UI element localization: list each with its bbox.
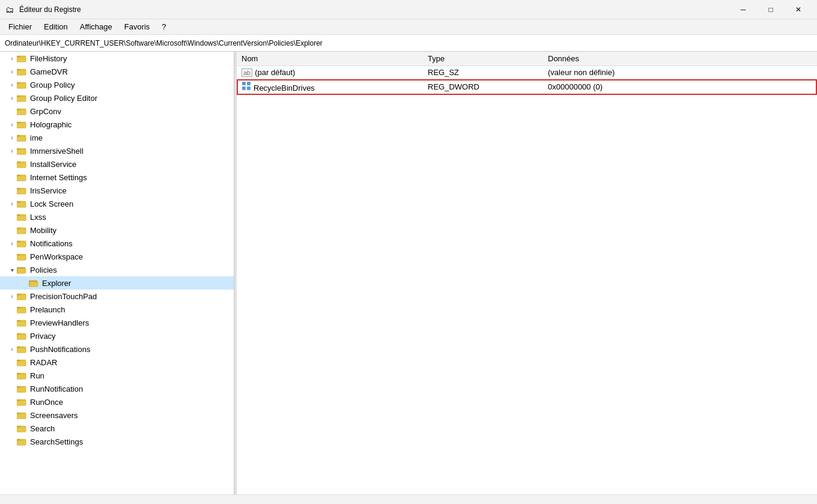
table-row-recyclebin[interactable]: RecycleBinDrivesREG_DWORD0x00000000 (0) [237,79,817,95]
tree-label-precisiontouchpad: PrecisionTouchPad [30,292,97,301]
svg-rect-2 [17,57,26,62]
tree-expander-pushnotifications[interactable]: › [7,342,17,356]
svg-rect-66 [17,348,26,353]
tree-item-grouppolicyeditor[interactable]: › Group Policy Editor [0,91,234,105]
tree-expander-screensavers [7,408,17,422]
tree-item-pushnotifications[interactable]: › PushNotifications [0,342,234,356]
tree-item-privacy[interactable]: Privacy [0,329,234,342]
svg-rect-63 [17,335,26,339]
minimize-button[interactable]: ─ [729,0,757,19]
tree-expander-grouppolicyeditor[interactable]: › [7,91,17,105]
tree-expander-runnotification [7,382,17,395]
tree-label-notifications: Notifications [30,239,73,248]
tree-expander-ime[interactable]: › [7,131,17,144]
folder-icon-irisservice [17,185,28,196]
tree-item-runnotification[interactable]: RunNotification [0,382,234,395]
tree-item-mobility[interactable]: Mobility [0,223,234,237]
col-data[interactable]: Données [543,52,817,66]
folder-icon-holographic [17,119,28,130]
tree-item-searchsettings[interactable]: SearchSettings [0,435,234,448]
tree-item-lxss[interactable]: Lxss [0,210,234,223]
tree-expander-explorer [19,276,29,290]
tree-expander-prelaunch [7,303,17,316]
close-button[interactable]: ✕ [785,0,812,19]
tree-item-notifications[interactable]: › Notifications [0,237,234,250]
svg-rect-14 [17,110,26,115]
menu-item-fichier[interactable]: Fichier [2,21,38,32]
cell-type-recyclebin: REG_DWORD [423,79,543,95]
tree-label-mobility: Mobility [30,226,56,235]
tree-expander-installservice [7,157,17,171]
registry-table-scroll[interactable]: Nom Type Données ab(par défaut)REG_SZ(va… [237,52,817,494]
tree-expander-filehistory[interactable]: › [7,52,17,65]
menu-item-affichage[interactable]: Affichage [74,21,118,32]
tree-expander-lockscreen[interactable]: › [7,197,17,210]
col-type[interactable]: Type [423,52,543,66]
tree-label-holographic: Holographic [30,120,71,129]
tree-item-prelaunch[interactable]: Prelaunch [0,303,234,316]
folder-icon-explorer [29,278,40,288]
folder-icon-searchsettings [17,436,28,447]
tree-item-radar[interactable]: RADAR [0,356,234,369]
svg-rect-60 [17,321,26,326]
tree-label-runonce: RunOnce [30,398,63,407]
cell-type-default: REG_SZ [423,66,543,79]
tree-label-radar: RADAR [30,358,58,367]
registry-table: Nom Type Données ab(par défaut)REG_SZ(va… [237,52,817,95]
menu-item-edition[interactable]: Edition [38,21,74,32]
tree-item-precisiontouchpad[interactable]: › PrecisionTouchPad [0,290,234,303]
tree-item-run[interactable]: Run [0,369,234,382]
tree-item-immersiveshell[interactable]: › ImmersiveShell [0,144,234,157]
tree-item-search[interactable]: Search [0,422,234,435]
folder-icon-lxss [17,211,28,222]
svg-rect-72 [17,374,26,379]
tree-item-irisservice[interactable]: IrisService [0,184,234,197]
tree-item-holographic[interactable]: › Holographic [0,118,234,131]
tree-item-grpconv[interactable]: GrpConv [0,105,234,118]
folder-icon-grouppolicy [17,79,28,90]
tree-expander-immersiveshell[interactable]: › [7,144,17,157]
tree-item-grouppolicy[interactable]: › Group Policy [0,78,234,91]
col-name[interactable]: Nom [237,52,423,66]
tree-label-penworkspace: PenWorkspace [30,252,83,261]
tree-label-searchsettings: SearchSettings [30,437,83,446]
menu-item-favoris[interactable]: Favoris [118,21,156,32]
tree-item-runonce[interactable]: RunOnce [0,395,234,408]
tree-item-internetsettings[interactable]: Internet Settings [0,171,234,184]
folder-icon-filehistory [17,53,28,64]
svg-rect-35 [17,202,26,207]
tree-expander-lxss [7,210,17,223]
menu-bar: FichierEditionAffichageFavoris? [0,19,817,35]
svg-rect-11 [17,97,26,102]
tree-expander-policies[interactable]: ▾ [7,263,17,276]
tree-label-filehistory: FileHistory [30,54,67,63]
folder-icon-precisiontouchpad [17,291,28,302]
tree-item-ime[interactable]: › ime [0,131,234,144]
tree-expander-gamedvr[interactable]: › [7,65,17,78]
tree-item-installservice[interactable]: InstallService [0,157,234,171]
folder-icon-immersiveshell [17,145,28,156]
tree-item-lockscreen[interactable]: › Lock Screen [0,197,234,210]
folder-icon-prelaunch [17,304,28,315]
tree-item-penworkspace[interactable]: PenWorkspace [0,250,234,263]
tree-expander-precisiontouchpad[interactable]: › [7,290,17,303]
tree-expander-notifications[interactable]: › [7,237,17,250]
cell-data-default: (valeur non définie) [543,66,817,79]
tree-item-explorer[interactable]: Explorer [0,276,234,290]
tree-expander-radar [7,356,17,369]
svg-rect-17 [17,123,26,128]
tree-expander-holographic[interactable]: › [7,118,17,131]
tree-item-filehistory[interactable]: › FileHistory [0,52,234,65]
tree-label-immersiveshell: ImmersiveShell [30,147,84,156]
tree-expander-grouppolicy[interactable]: › [7,78,17,91]
tree-item-screensavers[interactable]: Screensavers [0,408,234,422]
menu-item-?[interactable]: ? [156,21,172,32]
svg-rect-44 [17,242,26,247]
svg-rect-81 [17,414,26,419]
tree-scroll[interactable]: › FileHistory› GameDVR› Group Policy› Gr… [0,52,234,494]
maximize-button[interactable]: □ [757,0,785,19]
tree-item-gamedvr[interactable]: › GameDVR [0,65,234,78]
tree-item-policies[interactable]: ▾ Policies [0,263,234,276]
tree-item-previewhandlers[interactable]: PreviewHandlers [0,316,234,329]
table-row-default[interactable]: ab(par défaut)REG_SZ(valeur non définie) [237,66,817,79]
